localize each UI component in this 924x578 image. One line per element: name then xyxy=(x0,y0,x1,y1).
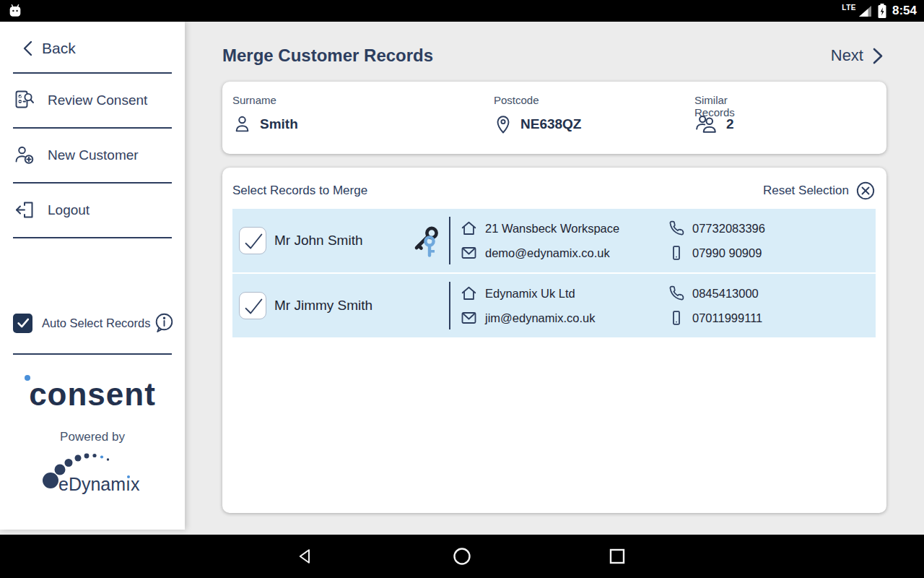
sidebar-item-logout[interactable]: Logout xyxy=(0,184,185,237)
home-circle-icon xyxy=(452,546,472,566)
record-checkbox[interactable] xyxy=(239,227,266,254)
screen: LTE 8:54 Back xyxy=(0,0,924,578)
phone-icon xyxy=(668,220,685,237)
record-address: 21 Wansbeck Workspace xyxy=(485,222,619,236)
record-row[interactable]: Mr Jimmy Smith Edynamix Uk Ltd xyxy=(232,274,876,337)
page-title: Merge Customer Records xyxy=(222,46,433,66)
merge-panel-title: Select Records to Merge xyxy=(232,184,367,198)
sidebar-item-new-customer[interactable]: New Customer xyxy=(0,129,185,182)
record-mobile: 07011999111 xyxy=(692,311,762,325)
logo-wordmark: consent xyxy=(29,376,156,412)
bugdroid-notification-icon xyxy=(7,2,23,20)
divider xyxy=(449,282,450,329)
record-name: Mr Jimmy Smith xyxy=(274,274,372,337)
record-phone: 0845413000 xyxy=(692,287,759,301)
field-value: NE638QZ xyxy=(520,116,581,132)
android-home-button[interactable] xyxy=(440,535,484,578)
auto-select-records-row: Auto Select Records xyxy=(0,309,185,337)
field-label: Postcode xyxy=(494,94,539,106)
sidebar-item-label: Logout xyxy=(48,202,90,218)
android-nav-bar xyxy=(0,535,924,578)
home-icon xyxy=(460,220,478,237)
master-record-keys-icon xyxy=(410,223,443,259)
record-list: Mr John Smith xyxy=(232,209,876,339)
divider xyxy=(13,353,172,355)
iconsent-logo: consent xyxy=(0,376,185,413)
auto-select-checkbox[interactable] xyxy=(13,314,32,333)
next-label: Next xyxy=(831,46,863,65)
record-mobile: 07990 90909 xyxy=(692,246,762,260)
record-address: Edynamix Uk Ltd xyxy=(485,287,575,301)
back-triangle-icon xyxy=(297,547,315,566)
android-recents-button[interactable] xyxy=(596,535,639,578)
signal-strength-icon xyxy=(858,5,872,17)
android-status-bar: LTE 8:54 xyxy=(0,0,924,22)
info-icon[interactable] xyxy=(154,312,175,334)
record-email: jim@edynamix.co.uk xyxy=(485,311,595,325)
divider xyxy=(449,217,450,264)
edynamix-wordmark: eDynamıx xyxy=(58,474,140,495)
android-back-button[interactable] xyxy=(284,535,328,578)
close-circle-icon xyxy=(855,181,876,201)
back-label: Back xyxy=(42,40,76,57)
sidebar-item-review-consent[interactable]: Review Consent xyxy=(0,74,185,127)
main-content: Merge Customer Records Next Surname Smit… xyxy=(185,22,924,535)
recents-square-icon xyxy=(608,547,627,566)
phone-icon xyxy=(668,285,685,302)
record-phone: 07732083396 xyxy=(692,222,765,236)
new-customer-icon xyxy=(13,144,36,167)
merge-records-card: Select Records to Merge Reset Selection xyxy=(222,168,886,513)
mobile-icon xyxy=(668,244,685,262)
network-type-label: LTE xyxy=(842,4,856,12)
reset-selection-label: Reset Selection xyxy=(763,184,849,198)
powered-by-label: Powered by xyxy=(0,430,185,444)
field-label: Surname xyxy=(232,94,276,106)
people-icon xyxy=(694,113,718,134)
record-name: Mr John Smith xyxy=(274,209,362,272)
field-value: Smith xyxy=(260,116,298,132)
mail-icon xyxy=(460,309,478,327)
reset-selection-button[interactable]: Reset Selection xyxy=(763,181,876,201)
person-icon xyxy=(232,113,252,134)
field-value: 2 xyxy=(726,116,734,132)
battery-charging-icon xyxy=(877,3,887,19)
map-pin-icon xyxy=(494,113,513,135)
chevron-right-icon xyxy=(869,46,886,66)
clock-time: 8:54 xyxy=(892,4,917,18)
mobile-icon xyxy=(668,309,685,327)
record-email: demo@edynamix.co.uk xyxy=(485,246,610,260)
next-button[interactable]: Next xyxy=(831,46,886,66)
back-button[interactable]: Back xyxy=(0,22,185,72)
sidebar-item-label: New Customer xyxy=(48,147,139,163)
search-summary-card: Surname Smith Postcode NE638QZ xyxy=(222,82,886,154)
edynamix-logo: eDynamıx xyxy=(38,449,147,496)
auto-select-label: Auto Select Records xyxy=(42,316,154,330)
review-consent-icon xyxy=(13,89,36,112)
sidebar: Back Review Consent xyxy=(0,22,185,530)
mail-icon xyxy=(460,244,478,262)
divider xyxy=(13,237,172,238)
home-icon xyxy=(460,285,478,302)
record-row[interactable]: Mr John Smith xyxy=(232,209,876,272)
logout-icon xyxy=(13,199,36,222)
record-checkbox[interactable] xyxy=(239,292,266,319)
sidebar-item-label: Review Consent xyxy=(48,92,147,108)
logo-dot xyxy=(25,375,30,381)
chevron-left-icon xyxy=(20,39,36,58)
